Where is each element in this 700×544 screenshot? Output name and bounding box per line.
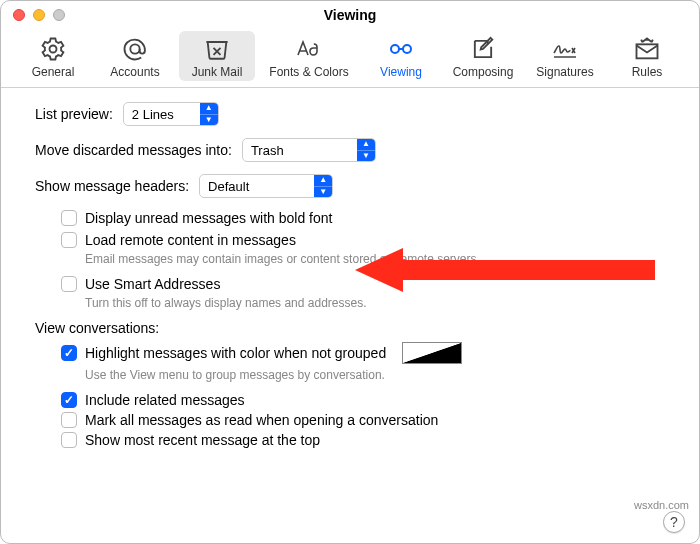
load-remote-label: Load remote content in messages [85,232,296,248]
tab-label: Signatures [536,65,593,79]
load-remote-desc: Email messages may contain images or con… [85,252,671,266]
view-conversations-heading: View conversations: [35,320,671,336]
tab-label: Rules [632,65,663,79]
stepper-icon: ▲▼ [314,175,332,197]
tab-signatures[interactable]: Signatures [527,31,603,81]
include-related-checkbox[interactable] [61,392,77,408]
rules-icon [633,35,661,63]
svg-point-0 [50,46,57,53]
preferences-toolbar: General Accounts Junk Mail Fonts & Color… [1,29,699,88]
show-headers-label: Show message headers: [35,178,189,194]
list-preview-value: 2 Lines [124,107,182,122]
highlight-desc: Use the View menu to group messages by c… [85,368,671,382]
tab-viewing[interactable]: Viewing [363,31,439,81]
zoom-icon[interactable] [53,9,65,21]
highlight-label: Highlight messages with color when not g… [85,345,386,361]
tab-label: Accounts [110,65,159,79]
smart-addresses-checkbox[interactable] [61,276,77,292]
show-headers-select[interactable]: Default ▲▼ [199,174,333,198]
stepper-icon: ▲▼ [200,103,218,125]
display-unread-checkbox[interactable] [61,210,77,226]
load-remote-checkbox[interactable] [61,232,77,248]
tab-accounts[interactable]: Accounts [97,31,173,81]
tab-label: General [32,65,75,79]
signature-icon [551,35,579,63]
window-title: Viewing [324,7,377,23]
smart-addresses-label: Use Smart Addresses [85,276,220,292]
tab-general[interactable]: General [15,31,91,81]
tab-composing[interactable]: Composing [445,31,521,81]
move-discarded-select[interactable]: Trash ▲▼ [242,138,376,162]
include-related-label: Include related messages [85,392,245,408]
help-icon: ? [670,514,678,530]
tab-junk-mail[interactable]: Junk Mail [179,31,255,81]
display-unread-label: Display unread messages with bold font [85,210,332,226]
help-button[interactable]: ? [663,511,685,533]
viewing-pane: List preview: 2 Lines ▲▼ Move discarded … [1,88,699,448]
move-discarded-label: Move discarded messages into: [35,142,232,158]
svg-rect-4 [637,44,658,58]
titlebar: Viewing [1,1,699,29]
show-headers-value: Default [200,179,257,194]
tab-label: Fonts & Colors [269,65,348,79]
show-recent-top-label: Show most recent message at the top [85,432,320,448]
minimize-icon[interactable] [33,9,45,21]
svg-point-2 [391,45,399,53]
highlight-checkbox[interactable] [61,345,77,361]
compose-icon [469,35,497,63]
tab-label: Viewing [380,65,422,79]
mark-all-read-checkbox[interactable] [61,412,77,428]
at-icon [121,35,149,63]
move-discarded-value: Trash [243,143,292,158]
highlight-color-swatch[interactable] [402,342,462,364]
fonts-icon [295,35,323,63]
tab-fonts-colors[interactable]: Fonts & Colors [261,31,357,81]
list-preview-select[interactable]: 2 Lines ▲▼ [123,102,219,126]
glasses-icon [387,35,415,63]
tab-label: Junk Mail [192,65,243,79]
svg-point-1 [130,44,139,53]
mark-all-read-label: Mark all messages as read when opening a… [85,412,438,428]
tab-label: Composing [453,65,514,79]
junk-mail-icon [203,35,231,63]
gear-icon [39,35,67,63]
show-recent-top-checkbox[interactable] [61,432,77,448]
svg-point-3 [403,45,411,53]
list-preview-label: List preview: [35,106,113,122]
watermark: wsxdn.com [634,499,689,511]
smart-addresses-desc: Turn this off to always display names an… [85,296,671,310]
preferences-window: Viewing General Accounts Junk Mail Fonts… [0,0,700,544]
window-controls [13,9,65,21]
stepper-icon: ▲▼ [357,139,375,161]
tab-rules[interactable]: Rules [609,31,685,81]
close-icon[interactable] [13,9,25,21]
